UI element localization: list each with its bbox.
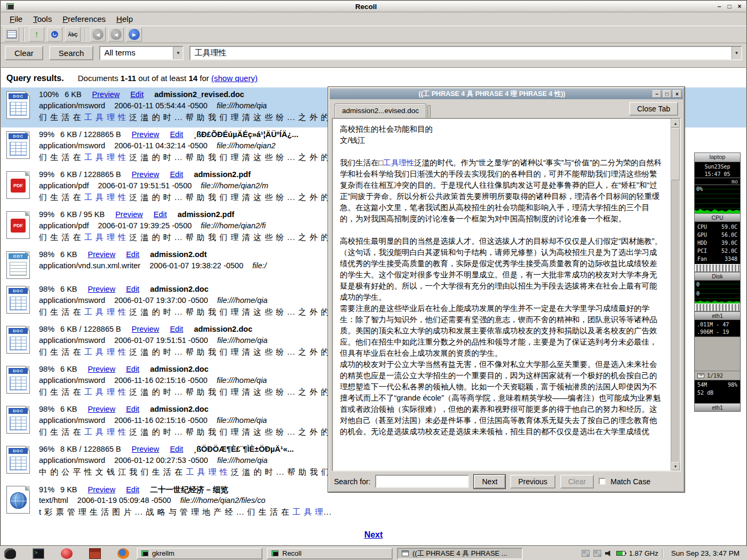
show-query-link[interactable]: (show query)	[211, 74, 258, 83]
find-next-button[interactable]: Next	[474, 475, 505, 489]
taskbar-item-recoll[interactable]: Recoll	[267, 548, 393, 559]
chevron-down-icon[interactable]: ▼	[732, 47, 741, 59]
window-manager-icon[interactable]	[4, 548, 16, 559]
result-edit-link[interactable]: Edit	[154, 210, 167, 219]
taskbar: gkrellm Recoll ((工 PHRASE 4 具 PHRASE ...…	[0, 546, 747, 560]
next-page-button[interactable]: ▶	[126, 27, 142, 42]
result-filename: ¸ßÐ£ÕÐÉúµÄÉç»á¹¦ÄÜºÍÄ¿...	[194, 130, 298, 139]
scrollbar-track[interactable]	[671, 127, 680, 462]
green-up-arrow-icon: ↑	[34, 30, 39, 39]
result-preview-link[interactable]: Preview	[92, 90, 120, 99]
result-preview-link[interactable]: Preview	[132, 130, 160, 139]
menu-tools[interactable]: Tools	[28, 13, 57, 25]
result-filename: admission2.pdf	[194, 170, 250, 179]
search-button[interactable]: Search	[49, 46, 94, 60]
result-size: 6 KB	[65, 90, 81, 99]
result-preview-link[interactable]: Preview	[88, 285, 116, 293]
result-url: file:///home/qia	[217, 336, 267, 345]
result-preview-link[interactable]: Preview	[88, 250, 116, 259]
match-case-checkbox[interactable]	[599, 478, 606, 485]
result-edit-link[interactable]: Edit	[170, 445, 183, 453]
result-edit-link[interactable]: Edit	[130, 90, 144, 99]
result-edit-link[interactable]: Edit	[126, 405, 139, 413]
result-edit-link[interactable]: Edit	[126, 285, 139, 293]
minimize-icon[interactable]: –	[653, 90, 661, 98]
sensor-row: GPU56.0C	[695, 231, 740, 239]
result-preview-link[interactable]: Preview	[115, 210, 143, 219]
document-lines-icon	[10, 457, 27, 470]
result-preview-link[interactable]: Preview	[88, 405, 116, 413]
results-range: 1-11	[121, 74, 136, 83]
result-size: 6 KB	[60, 405, 77, 413]
close-tab-button[interactable]: Close Tab	[629, 102, 678, 116]
result-preview-link[interactable]: Preview	[132, 325, 160, 333]
bottom-net-label: eth1	[695, 403, 740, 411]
preview-paragraph: 高校招生最明显的目的当然是选拔人才。但这选拔人才的目标却不仅仅是人们假定“因材施…	[340, 236, 664, 303]
result-edit-link[interactable]: Edit	[170, 325, 183, 333]
next-page-link[interactable]: Next	[341, 530, 406, 540]
menu-file[interactable]: File	[5, 13, 27, 25]
preview-tab[interactable]: admission2...evised.doc	[335, 103, 426, 118]
result-score: 98%	[39, 325, 54, 333]
recoll-titlebar[interactable]: Recoll – □ ×	[1, 1, 746, 12]
scrollbar-thumb[interactable]	[671, 128, 680, 180]
clear-button[interactable]: Clear	[5, 46, 43, 60]
maximize-icon[interactable]: □	[725, 3, 734, 11]
scroll-down-icon[interactable]: ▼	[671, 462, 680, 470]
maximize-icon[interactable]: □	[663, 90, 671, 98]
firefox-launcher-icon[interactable]	[117, 548, 129, 559]
app-launcher-icon[interactable]	[61, 548, 73, 559]
find-input[interactable]	[375, 475, 469, 488]
update-index-button[interactable]	[47, 27, 62, 42]
result-filename: admission2.doc	[150, 365, 209, 373]
menu-help[interactable]: Help	[112, 13, 138, 25]
result-preview-link[interactable]: Preview	[132, 445, 160, 453]
taskbar-item-preview[interactable]: ((工 PHRASE 4 具 PHRASE ...	[397, 548, 523, 559]
result-date: 2006-01-19 05:09:48 -0500	[77, 496, 171, 505]
document-history-button[interactable]	[4, 27, 19, 42]
minimize-icon[interactable]: –	[715, 3, 724, 11]
close-icon[interactable]: ×	[673, 90, 681, 98]
result-edit-link[interactable]: Edit	[126, 485, 139, 494]
find-clear-button[interactable]: Clear	[560, 475, 594, 489]
prev-page-button[interactable]: ◀	[108, 27, 124, 42]
search-mode-select[interactable]: All terms ▼	[99, 46, 184, 60]
result-edit-link[interactable]: Edit	[126, 250, 139, 259]
menu-preferences[interactable]: Preferences	[58, 13, 110, 25]
scrollbar[interactable]: ▲ ▼	[671, 119, 680, 470]
result-edit-link[interactable]: Edit	[170, 170, 183, 179]
result-mimetype: text/html	[39, 496, 68, 505]
preview-paragraph: 文/钱江	[340, 135, 664, 146]
pager-icon[interactable]	[582, 550, 590, 557]
file-type-icon: ODT	[6, 251, 30, 279]
sort-button[interactable]: ↑	[29, 27, 44, 42]
result-edit-link[interactable]: Edit	[170, 130, 183, 139]
taskbar-item-gkrellm[interactable]: gkrellm	[137, 548, 263, 559]
result-preview-link[interactable]: Preview	[88, 485, 116, 494]
search-query-input[interactable]	[190, 47, 732, 59]
scroll-up-icon[interactable]: ▲	[671, 119, 680, 127]
result-url: file:///home/qia	[217, 296, 267, 305]
preview-paragraph	[340, 146, 664, 157]
first-page-button[interactable]: ◀	[90, 27, 106, 42]
query-results-title: Query results.	[6, 74, 64, 83]
battery-icon[interactable]	[616, 551, 625, 556]
result-size: 6 KB	[60, 250, 77, 259]
result-date: 2006-01-07 19:39:25 -0500	[98, 221, 192, 230]
term-explorer-button[interactable]: ÂbÇ	[65, 27, 81, 42]
close-icon[interactable]: ×	[735, 3, 744, 11]
preview-titlebar[interactable]: ((工 PHRASE 4 具 PHRASE 4 理 PHRASE 4 性)) –…	[330, 89, 683, 99]
document-lines-icon	[10, 142, 27, 156]
volume-icon[interactable]	[605, 550, 613, 557]
result-date: 2006-01-12 00:27:53 -0500	[114, 456, 208, 465]
result-preview-link[interactable]: Preview	[88, 365, 116, 373]
result-score: 96%	[39, 445, 54, 453]
terminal-launcher-icon[interactable]	[33, 548, 44, 559]
result-preview-link[interactable]: Preview	[132, 170, 160, 179]
desktop-grid-icon[interactable]	[593, 550, 601, 557]
find-previous-button[interactable]: Previous	[510, 475, 555, 489]
toolbox-launcher-icon[interactable]	[89, 548, 101, 559]
result-mimetype: application/msword	[39, 101, 105, 110]
result-edit-link[interactable]: Edit	[126, 365, 139, 373]
preview-task-icon	[402, 550, 409, 556]
